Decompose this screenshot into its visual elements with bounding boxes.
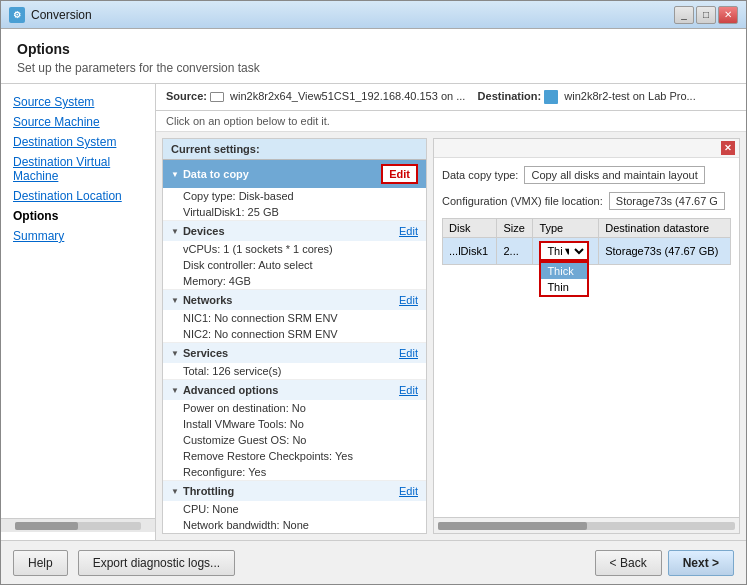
disk-panel-header: ✕ [434,139,739,158]
size-cell: 2... [497,238,533,265]
throttling-edit-button[interactable]: Edit [399,485,418,497]
settings-group-networks: ▼ Networks Edit NIC1: No connection SRM … [163,290,426,343]
size-col-header: Size [497,219,533,238]
page-title: Options [17,41,730,57]
sidebar-item-options: Options [1,206,155,226]
disk-table: Disk Size Type Destination datastore ...… [442,218,731,265]
page-subtitle: Set up the parameters for the conversion… [17,61,730,75]
throttling-title: ▼ Throttling [171,485,234,497]
type-select[interactable]: Thi▼ [539,241,589,261]
devices-item-3: Memory: 4GB [163,273,426,289]
source-icon [210,90,230,102]
devices-triangle-icon: ▼ [171,227,179,236]
disk-table-body: ...lDisk1 2... Thi▼ Thick [443,238,731,265]
type-option-thin-item[interactable]: Thin [541,279,587,295]
advanced-edit-button[interactable]: Edit [399,384,418,396]
minimize-button[interactable]: _ [674,6,694,24]
disk-panel-content: Data copy type: Copy all disks and maint… [434,158,739,517]
data-copy-item-2: VirtualDisk1: 25 GB [163,204,426,220]
source-value: win2k8r2x64_View51CS1_192.168.40.153 on … [230,90,465,102]
sidebar-item-destination-system[interactable]: Destination System [1,132,155,152]
dest-icon [544,90,564,102]
disk-panel-hscroll[interactable] [434,517,739,533]
datastore-cell: Storage73s (47.67 GB) [599,238,731,265]
networks-edit-button[interactable]: Edit [399,294,418,306]
services-item-1: Total: 126 service(s) [163,363,426,379]
source-label: Source: [166,90,207,102]
sidebar-item-destination-location[interactable]: Destination Location [1,186,155,206]
disk-cell: ...lDisk1 [443,238,497,265]
sidebar-item-source-machine[interactable]: Source Machine [1,112,155,132]
sidebar-item-source-system[interactable]: Source System [1,92,155,112]
settings-header: Current settings: [163,139,426,160]
throttling-item-2: Network bandwidth: None [163,517,426,533]
sidebar-items: Source System Source Machine Destination… [1,92,155,518]
devices-item-2: Disk controller: Auto select [163,257,426,273]
advanced-item-3: Customize Guest OS: No [163,432,426,448]
sidebar: Source System Source Machine Destination… [1,84,156,540]
data-copy-label: Data to copy [183,168,249,180]
type-dropdown-popup: Thick Thin [539,261,589,297]
next-button[interactable]: Next > [668,550,734,576]
back-button[interactable]: < Back [595,550,662,576]
sidebar-item-summary[interactable]: Summary [1,226,155,246]
sidebar-scrollbar[interactable] [1,518,155,532]
networks-item-2: NIC2: No connection SRM ENV [163,326,426,342]
source-file-icon [210,92,224,102]
disk-panel-close-button[interactable]: ✕ [721,141,735,155]
throttling-label: Throttling [183,485,234,497]
settings-group-services: ▼ Services Edit Total: 126 service(s) [163,343,426,380]
close-button[interactable]: ✕ [718,6,738,24]
settings-group-header-networks[interactable]: ▼ Networks Edit [163,290,426,310]
settings-group-header-services[interactable]: ▼ Services Edit [163,343,426,363]
settings-group-header-advanced[interactable]: ▼ Advanced options Edit [163,380,426,400]
destination-vm-icon [544,90,558,104]
destination-value: win2k8r2-test on Lab Pro... [564,90,695,102]
disk-table-header: Disk Size Type Destination datastore [443,219,731,238]
type-option-thick-item[interactable]: Thick [541,263,587,279]
data-copy-item-1: Copy type: Disk-based [163,188,426,204]
sidebar-scroll-track [15,522,141,530]
sidebar-scroll-thumb [15,522,78,530]
help-button[interactable]: Help [13,550,68,576]
data-copy-type-row: Data copy type: Copy all disks and maint… [442,166,731,184]
services-edit-button[interactable]: Edit [399,347,418,359]
panels-container: Current settings: ▼ Data to copy Edit Co… [156,132,746,540]
settings-group-header-devices[interactable]: ▼ Devices Edit [163,221,426,241]
services-label: Services [183,347,228,359]
window-controls: _ □ ✕ [674,6,738,24]
advanced-item-5: Reconfigure: Yes [163,464,426,480]
settings-group-devices: ▼ Devices Edit vCPUs: 1 (1 sockets * 1 c… [163,221,426,290]
maximize-button[interactable]: □ [696,6,716,24]
disk-panel: ✕ Data copy type: Copy all disks and mai… [433,138,740,534]
data-copy-edit-button[interactable]: Edit [381,164,418,184]
settings-group-header-throttling[interactable]: ▼ Throttling Edit [163,481,426,501]
throttling-item-1: CPU: None [163,501,426,517]
datastore-col-header: Destination datastore [599,219,731,238]
settings-group-header-data-copy[interactable]: ▼ Data to copy Edit [163,160,426,188]
type-col-header: Type [533,219,599,238]
source-bar: Source: win2k8r2x64_View51CS1_192.168.40… [156,84,746,111]
export-button[interactable]: Export diagnostic logs... [78,550,235,576]
settings-group-data-copy: ▼ Data to copy Edit Copy type: Disk-base… [163,160,426,221]
sidebar-item-destination-vm[interactable]: Destination Virtual Machine [1,152,155,186]
sidebar-outer: Source System Source Machine Destination… [1,92,155,532]
devices-title: ▼ Devices [171,225,225,237]
vmx-location-row: Configuration (VMX) file location: Stora… [442,192,731,210]
networks-title: ▼ Networks [171,294,232,306]
title-bar-left: ⚙ Conversion [9,7,92,23]
settings-group-throttling: ▼ Throttling Edit CPU: None Network band… [163,481,426,534]
services-title: ▼ Services [171,347,228,359]
table-row[interactable]: ...lDisk1 2... Thi▼ Thick [443,238,731,265]
settings-panel: Current settings: ▼ Data to copy Edit Co… [162,138,427,534]
settings-group-advanced: ▼ Advanced options Edit Power on destina… [163,380,426,481]
advanced-item-4: Remove Restore Checkpoints: Yes [163,448,426,464]
disk-col-header: Disk [443,219,497,238]
devices-edit-button[interactable]: Edit [399,225,418,237]
main-window: ⚙ Conversion _ □ ✕ Options Set up the pa… [0,0,747,585]
type-cell: Thi▼ Thick Thin [533,238,599,265]
advanced-item-2: Install VMware Tools: No [163,416,426,432]
throttling-triangle-icon: ▼ [171,487,179,496]
disk-hscroll-thumb [438,522,587,530]
click-hint: Click on an option below to edit it. [156,111,746,132]
